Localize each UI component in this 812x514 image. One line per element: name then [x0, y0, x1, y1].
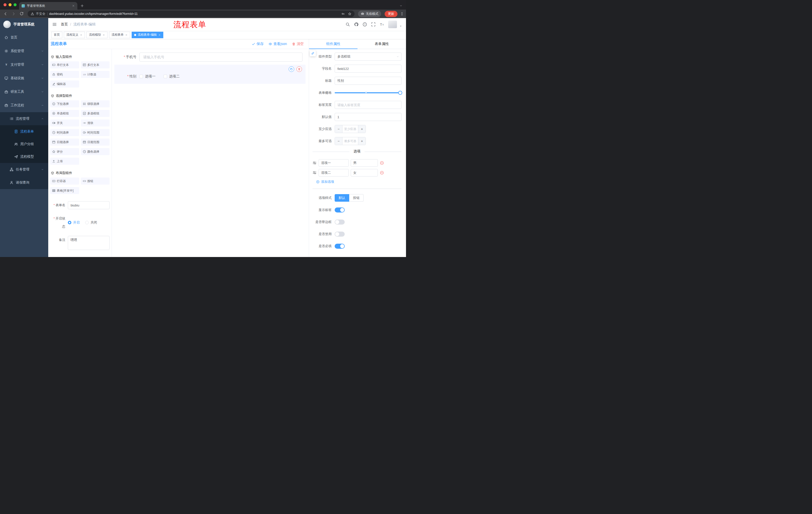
chrome-update-button[interactable]: 更新 — [385, 11, 398, 17]
password-key-icon[interactable] — [342, 12, 345, 16]
show-label-switch[interactable] — [335, 208, 345, 213]
remove-option-button[interactable] — [380, 161, 384, 165]
sidebar-item-process-model[interactable]: 流程模型 — [0, 151, 48, 163]
view-json-button[interactable]: 查看json — [268, 42, 287, 46]
palette-item-row-container[interactable]: 行容器 — [50, 178, 79, 185]
increase-button[interactable]: + — [358, 137, 366, 145]
github-icon[interactable] — [354, 22, 358, 27]
option-name-input[interactable] — [319, 169, 349, 177]
not-secure-warning-icon[interactable] — [31, 12, 34, 16]
copy-component-button[interactable] — [289, 66, 294, 72]
status-radio-off[interactable]: 关闭 — [85, 220, 97, 225]
palette-item-radio-group[interactable]: 单选框组 — [50, 110, 79, 117]
bookmark-star-icon[interactable] — [348, 12, 351, 16]
palette-item-select[interactable]: 下拉选择 — [50, 100, 79, 107]
sidebar-item-payment[interactable]: 支付管理 — [0, 58, 48, 72]
title-input[interactable] — [335, 77, 402, 85]
checkbox-box[interactable] — [140, 75, 143, 78]
reload-button[interactable] — [18, 10, 25, 17]
palette-item-color-picker[interactable]: 颜色选择 — [81, 148, 110, 155]
sidebar-item-home[interactable]: 首页 — [0, 31, 48, 44]
option-value-input[interactable] — [351, 159, 378, 167]
canvas-field-phone[interactable]: 手机号 — [114, 53, 306, 62]
palette-item-checkbox-group[interactable]: 多选框组 — [81, 110, 110, 117]
tag-close-icon[interactable] — [158, 34, 161, 36]
palette-item-editor[interactable]: 编辑器 — [50, 80, 79, 87]
avatar-caret-icon[interactable] — [400, 25, 402, 27]
option-style-default-button[interactable]: 默认 — [335, 194, 349, 202]
palette-item-button[interactable]: 按钮 — [81, 178, 110, 185]
delete-component-button[interactable] — [296, 66, 302, 72]
tag-process-form-edit[interactable]: 流程表单-编辑 — [132, 32, 163, 38]
sidebar-item-leave-query[interactable]: 请假查询 — [0, 176, 48, 189]
form-grid-slider[interactable] — [335, 92, 402, 93]
sidebar-logo[interactable]: 芋道管理系统 — [0, 18, 48, 31]
palette-item-switch[interactable]: 开关 — [50, 119, 79, 127]
palette-item-date-picker[interactable]: 日期选择 — [50, 139, 79, 145]
option-style-button-button[interactable]: 按钮 — [349, 194, 364, 202]
breadcrumb-home[interactable]: 首页 — [61, 22, 68, 27]
tab-form-props[interactable]: 表单属性 — [357, 39, 406, 49]
user-avatar[interactable] — [388, 21, 397, 28]
min-select-value[interactable]: 至少应选 — [343, 125, 358, 133]
disabled-switch[interactable] — [335, 232, 345, 237]
tag-process-definition[interactable]: 流程定义 — [64, 32, 85, 38]
font-size-icon[interactable] — [380, 22, 384, 27]
help-icon[interactable] — [362, 22, 367, 27]
sidebar-item-process-form[interactable]: 流程表单 — [0, 125, 48, 138]
palette-item-rate[interactable]: 评分 — [50, 148, 79, 155]
palette-item-slider[interactable]: 滑块 — [81, 119, 110, 127]
palette-item-time-picker[interactable]: 时间选择 — [50, 129, 79, 136]
clear-button[interactable]: 清空 — [292, 42, 304, 46]
form-remark-textarea[interactable]: 嘿嘿 — [68, 236, 110, 250]
decrease-button[interactable]: − — [335, 137, 343, 145]
add-option-button[interactable]: 添加选项 — [316, 180, 402, 184]
sidebar-item-user-group[interactable]: 用户分组 — [0, 138, 48, 151]
sidebar-collapse-icon[interactable] — [52, 22, 57, 27]
sidebar-item-workflow[interactable]: 工作流程 — [0, 99, 48, 112]
minimize-window-button[interactable] — [8, 3, 11, 6]
max-select-value[interactable]: 最多可选 — [343, 137, 358, 145]
tag-close-icon[interactable] — [103, 34, 105, 36]
tab-component-props[interactable]: 组件属性 — [309, 39, 357, 49]
status-radio-on[interactable]: 开启 — [68, 220, 80, 225]
increase-button[interactable]: + — [358, 125, 366, 133]
tag-process-model[interactable]: 流程模型 — [86, 32, 108, 38]
field-name-input[interactable] — [335, 64, 402, 73]
close-window-button[interactable] — [3, 3, 6, 6]
decrease-button[interactable]: − — [335, 125, 343, 133]
new-tab-button[interactable] — [80, 4, 84, 7]
sidebar-item-infra[interactable]: 基础设施 — [0, 72, 48, 85]
forward-button[interactable] — [10, 10, 17, 17]
canvas-field-gender-selected[interactable]: 性别 选项一 选项二 — [114, 64, 306, 84]
palette-item-cascader[interactable]: 级联选择 — [81, 100, 110, 107]
option-value-input[interactable] — [351, 169, 378, 177]
palette-item-single-text[interactable]: 单行文本 — [50, 61, 79, 69]
slider-handle[interactable] — [398, 91, 402, 95]
save-button[interactable]: 保存 — [252, 42, 264, 46]
search-icon[interactable] — [345, 22, 350, 27]
browser-menu-icon[interactable] — [400, 12, 404, 16]
doc-link-badge[interactable] — [310, 50, 316, 56]
tag-home[interactable]: 首页 — [51, 32, 62, 38]
fullscreen-icon[interactable] — [371, 22, 376, 27]
phone-input[interactable] — [140, 53, 302, 62]
border-switch[interactable] — [335, 219, 345, 224]
design-canvas[interactable]: 手机号 性别 — [112, 49, 309, 257]
address-bar[interactable]: 不安全 dashboard.yudao.iocoder.cn/bpm/manag… — [28, 10, 354, 17]
palette-item-upload[interactable]: 上传 — [50, 158, 79, 165]
label-width-input[interactable] — [335, 101, 402, 109]
sidebar-item-devtools[interactable]: 研发工具 — [0, 85, 48, 99]
sidebar-item-process-management[interactable]: 流程管理 — [0, 112, 48, 125]
sidebar-item-system[interactable]: 系统管理 — [0, 44, 48, 58]
palette-item-multiline-text[interactable]: 多行文本 — [81, 61, 110, 69]
gender-option-1[interactable]: 选项一 — [140, 74, 155, 79]
sidebar-item-task-management[interactable]: 任务管理 — [0, 163, 48, 176]
tab-search-caret-icon[interactable] — [400, 4, 403, 7]
palette-item-table[interactable]: 表格[开发中] — [50, 187, 79, 194]
palette-item-counter[interactable]: 计数器 — [81, 71, 110, 78]
palette-item-time-range[interactable]: 时间范围 — [81, 129, 110, 136]
browser-tab[interactable]: 芋道管理系统 — [19, 2, 77, 9]
option-name-input[interactable] — [319, 159, 349, 167]
palette-item-date-range[interactable]: 日期范围 — [81, 139, 110, 145]
